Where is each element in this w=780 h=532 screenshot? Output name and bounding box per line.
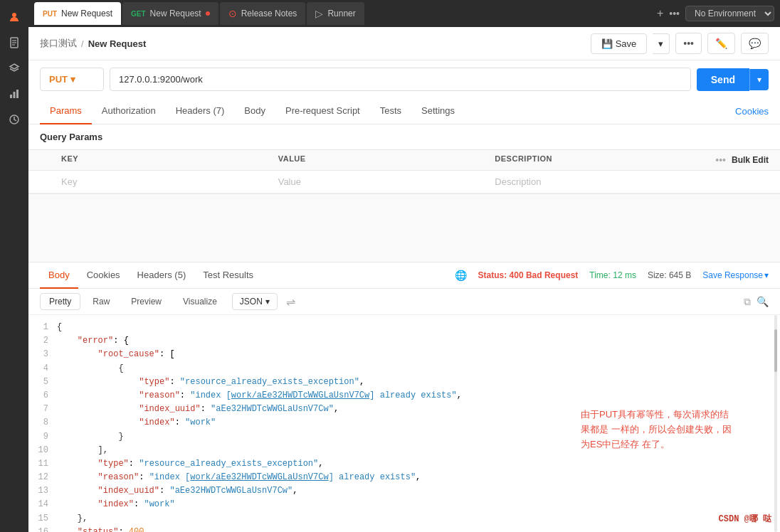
send-dropdown-button[interactable]: ▾ bbox=[749, 69, 769, 90]
params-actions-col: ••• Bulk Edit bbox=[712, 154, 769, 166]
format-tabs: Pretty Raw Preview Visualize JSON ▾ ⇌ ⧉ … bbox=[28, 289, 780, 315]
breadcrumb-current: New Request bbox=[88, 38, 147, 49]
main-content: PUT New Request GET New Request ⊙ Releas… bbox=[28, 0, 780, 532]
runner-icon: ▷ bbox=[315, 8, 323, 19]
environment-selector[interactable]: No Environment bbox=[685, 6, 774, 21]
sidebar-icon-chart[interactable] bbox=[3, 83, 26, 105]
comment-icon-button[interactable]: 💬 bbox=[741, 33, 769, 54]
line-content-5: "type": "resource_already_exists_excepti… bbox=[57, 376, 774, 389]
tab-unsaved-dot bbox=[206, 11, 210, 16]
line-num-13: 13 bbox=[34, 484, 57, 498]
save-icon: 💾 bbox=[601, 38, 613, 49]
code-line-5: 5 "type": "resource_already_exists_excep… bbox=[28, 376, 780, 389]
format-tab-pretty[interactable]: Pretty bbox=[40, 293, 80, 310]
tab-bar-actions: + ••• No Environment bbox=[657, 6, 774, 21]
tab-label-put: New Request bbox=[61, 9, 112, 18]
tab-label-get: New Request bbox=[150, 9, 201, 18]
line-content-13: "index_uuid": "aEe32HWDTcWWGLaUsnV7Cw", bbox=[57, 484, 774, 498]
copy-icon[interactable]: ⧉ bbox=[744, 296, 751, 308]
tab-authorization[interactable]: Authorization bbox=[92, 98, 166, 124]
response-scrollbar-thumb bbox=[774, 329, 777, 372]
save-response-button[interactable]: Save Response ▾ bbox=[702, 270, 769, 280]
response-scrollbar[interactable] bbox=[774, 315, 777, 532]
code-line-16: 16 "status": 400 bbox=[28, 526, 780, 532]
code-line-13: 13 "index_uuid": "aEe32HWDTcWWGLaUsnV7Cw… bbox=[28, 484, 780, 498]
new-tab-button[interactable]: + bbox=[657, 7, 663, 20]
tab-runner[interactable]: ▷ Runner bbox=[307, 2, 364, 25]
edit-icon-button[interactable]: ✏️ bbox=[707, 33, 735, 54]
params-value-input[interactable] bbox=[278, 176, 495, 187]
line-num-11: 11 bbox=[34, 457, 57, 471]
svg-rect-7 bbox=[14, 92, 16, 98]
cookies-link[interactable]: Cookies bbox=[735, 106, 769, 117]
json-format-select[interactable]: JSON ▾ bbox=[232, 293, 278, 310]
bulk-edit-button[interactable]: Bulk Edit bbox=[732, 155, 769, 165]
save-response-label: Save Response bbox=[702, 270, 763, 280]
query-params-label: Query Params bbox=[28, 124, 780, 149]
line-content-4: { bbox=[57, 362, 774, 376]
params-key-input[interactable] bbox=[61, 176, 278, 187]
method-label: PUT bbox=[49, 74, 68, 85]
line-num-10: 10 bbox=[34, 444, 57, 457]
svg-rect-8 bbox=[16, 90, 19, 98]
code-line-1: 1 { bbox=[28, 321, 780, 334]
sidebar-icon-layers[interactable] bbox=[3, 57, 26, 80]
format-tab-raw[interactable]: Raw bbox=[83, 293, 119, 310]
tab-tests[interactable]: Tests bbox=[370, 98, 411, 124]
response-time: Time: 12 ms bbox=[589, 270, 636, 280]
url-input[interactable] bbox=[110, 68, 691, 91]
code-line-11: 11 "type": "resource_already_exists_exce… bbox=[28, 457, 780, 471]
tab-more-menu[interactable]: ••• bbox=[669, 8, 680, 19]
tab-params[interactable]: Params bbox=[40, 98, 92, 124]
csdn-watermark: CSDN @哪 哒 bbox=[719, 513, 771, 526]
tab-pre-request-script[interactable]: Pre-request Script bbox=[275, 98, 370, 124]
tab-put-new-request[interactable]: PUT New Request bbox=[34, 2, 121, 25]
params-more-icon[interactable]: ••• bbox=[715, 154, 726, 166]
line-content-11: "type": "resource_already_exists_excepti… bbox=[57, 457, 774, 471]
params-table: KEY VALUE DESCRIPTION ••• Bulk Edit bbox=[28, 149, 780, 193]
tab-headers[interactable]: Headers (7) bbox=[166, 98, 235, 124]
tab-get-new-request[interactable]: GET New Request bbox=[122, 2, 218, 25]
tab-bar: PUT New Request GET New Request ⊙ Releas… bbox=[28, 0, 780, 27]
line-content-1: { bbox=[57, 321, 774, 334]
search-icon[interactable]: 🔍 bbox=[757, 296, 769, 308]
line-num-15: 15 bbox=[34, 512, 57, 526]
request-tabs: Params Authorization Headers (7) Body Pr… bbox=[28, 98, 780, 124]
annotation-text: 由于PUT具有幂等性，每次请求的结果都是 一样的，所以会创建失败，因为ES中已经… bbox=[581, 409, 732, 449]
tab-body[interactable]: Body bbox=[234, 98, 275, 124]
send-button[interactable]: Send bbox=[697, 68, 749, 91]
save-dropdown-button[interactable]: ▾ bbox=[653, 33, 670, 54]
line-content-12: "reason": "index [work/aEe32HWDTcWWGLaUs… bbox=[57, 471, 774, 484]
format-tab-preview[interactable]: Preview bbox=[122, 293, 171, 310]
svg-marker-5 bbox=[10, 64, 19, 69]
tab-settings[interactable]: Settings bbox=[411, 98, 465, 124]
line-num-7: 7 bbox=[34, 403, 57, 416]
sidebar-icon-person[interactable] bbox=[3, 6, 26, 28]
code-line-12: 12 "reason": "index [work/aEe32HWDTcWWGL… bbox=[28, 471, 780, 484]
url-bar: PUT ▾ Send ▾ bbox=[28, 60, 780, 98]
params-desc-input[interactable] bbox=[495, 176, 712, 187]
response-tab-cookies[interactable]: Cookies bbox=[78, 262, 129, 289]
format-tab-visualize[interactable]: Visualize bbox=[174, 293, 226, 310]
response-tab-body[interactable]: Body bbox=[40, 262, 78, 289]
header-bar: 接口测试 / New Request 💾 Save ▾ ••• ✏️ 💬 bbox=[28, 27, 780, 60]
method-select[interactable]: PUT ▾ bbox=[40, 68, 104, 91]
dots-menu-button[interactable]: ••• bbox=[675, 33, 702, 54]
code-line-3: 3 "root_cause": [ bbox=[28, 348, 780, 361]
filter-icon[interactable]: ⇌ bbox=[286, 295, 295, 309]
tab-label-runner: Runner bbox=[327, 9, 355, 18]
response-status-bar: 🌐 Status: 400 Bad Request Time: 12 ms Si… bbox=[455, 270, 769, 281]
release-notes-icon: ⊙ bbox=[228, 8, 237, 19]
sidebar-icon-history[interactable] bbox=[3, 108, 26, 131]
json-select-label: JSON bbox=[240, 297, 263, 307]
breadcrumb-separator: / bbox=[81, 38, 84, 49]
line-num-9: 9 bbox=[34, 430, 57, 444]
save-button[interactable]: 💾 Save bbox=[591, 33, 648, 54]
sidebar-icon-document[interactable] bbox=[3, 31, 26, 54]
tab-release-notes[interactable]: ⊙ Release Notes bbox=[220, 2, 306, 25]
response-tab-headers[interactable]: Headers (5) bbox=[129, 262, 195, 289]
response-tab-test-results[interactable]: Test Results bbox=[194, 262, 262, 289]
annotation-box: 由于PUT具有幂等性，每次请求的结果都是 一样的，所以会创建失败，因为ES中已经… bbox=[581, 408, 737, 452]
tab-method-put: PUT bbox=[43, 10, 57, 18]
code-area[interactable]: 1 { 2 "error": { 3 "root_cause": [ 4 { 5 bbox=[28, 315, 780, 532]
